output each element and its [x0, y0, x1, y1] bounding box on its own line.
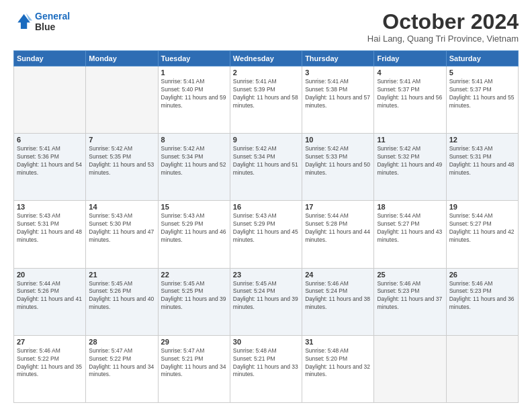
page: General Blue October 2024 Hai Lang, Quan… — [0, 0, 532, 411]
day-info: Sunrise: 5:46 AM Sunset: 5:22 PM Dayligh… — [17, 347, 83, 379]
day-number: 16 — [233, 203, 299, 211]
calendar-cell: 3Sunrise: 5:41 AM Sunset: 5:38 PM Daylig… — [302, 66, 374, 134]
day-info: Sunrise: 5:44 AM Sunset: 5:27 PM Dayligh… — [449, 212, 515, 244]
title-area: October 2024 Hai Lang, Quang Tri Provinc… — [367, 11, 519, 44]
day-header-wednesday: Wednesday — [230, 51, 302, 66]
day-number: 6 — [17, 136, 83, 144]
day-info: Sunrise: 5:47 AM Sunset: 5:22 PM Dayligh… — [89, 347, 154, 379]
calendar-cell — [374, 335, 446, 402]
header: General Blue October 2024 Hai Lang, Quan… — [13, 11, 519, 44]
day-number: 2 — [233, 68, 299, 77]
calendar-cell — [86, 66, 158, 134]
calendar-cell: 25Sunrise: 5:46 AM Sunset: 5:23 PM Dayli… — [374, 268, 446, 335]
calendar-cell — [14, 66, 86, 134]
day-info: Sunrise: 5:43 AM Sunset: 5:29 PM Dayligh… — [161, 212, 227, 244]
day-header-friday: Friday — [374, 51, 446, 66]
day-info: Sunrise: 5:42 AM Sunset: 5:35 PM Dayligh… — [89, 145, 154, 177]
day-info: Sunrise: 5:42 AM Sunset: 5:32 PM Dayligh… — [377, 145, 443, 177]
day-header-monday: Monday — [86, 51, 158, 66]
day-number: 30 — [233, 338, 299, 346]
day-info: Sunrise: 5:45 AM Sunset: 5:26 PM Dayligh… — [89, 280, 154, 312]
day-number: 19 — [449, 203, 515, 211]
calendar-cell: 17Sunrise: 5:44 AM Sunset: 5:28 PM Dayli… — [302, 201, 374, 268]
calendar-cell: 4Sunrise: 5:41 AM Sunset: 5:37 PM Daylig… — [374, 66, 446, 134]
day-header-thursday: Thursday — [302, 51, 374, 66]
day-number: 4 — [377, 68, 443, 77]
day-info: Sunrise: 5:43 AM Sunset: 5:30 PM Dayligh… — [89, 212, 154, 244]
calendar-cell: 18Sunrise: 5:44 AM Sunset: 5:27 PM Dayli… — [374, 201, 446, 268]
calendar-week-row: 20Sunrise: 5:44 AM Sunset: 5:26 PM Dayli… — [14, 268, 519, 335]
day-header-tuesday: Tuesday — [158, 51, 230, 66]
day-info: Sunrise: 5:41 AM Sunset: 5:38 PM Dayligh… — [305, 78, 371, 110]
day-info: Sunrise: 5:44 AM Sunset: 5:28 PM Dayligh… — [305, 212, 371, 244]
day-number: 29 — [161, 338, 227, 346]
day-number: 18 — [377, 203, 443, 211]
calendar-cell: 10Sunrise: 5:42 AM Sunset: 5:33 PM Dayli… — [302, 134, 374, 201]
calendar-header-row: SundayMondayTuesdayWednesdayThursdayFrid… — [14, 51, 519, 66]
calendar-cell: 15Sunrise: 5:43 AM Sunset: 5:29 PM Dayli… — [158, 201, 230, 268]
calendar-cell — [446, 335, 518, 402]
day-info: Sunrise: 5:41 AM Sunset: 5:37 PM Dayligh… — [449, 78, 515, 110]
logo-icon — [13, 12, 32, 31]
location: Hai Lang, Quang Tri Province, Vietnam — [367, 34, 519, 44]
day-header-sunday: Sunday — [14, 51, 86, 66]
day-info: Sunrise: 5:46 AM Sunset: 5:23 PM Dayligh… — [377, 280, 443, 312]
calendar-cell: 11Sunrise: 5:42 AM Sunset: 5:32 PM Dayli… — [374, 134, 446, 201]
day-info: Sunrise: 5:47 AM Sunset: 5:21 PM Dayligh… — [161, 347, 227, 379]
day-number: 26 — [449, 271, 515, 279]
day-info: Sunrise: 5:44 AM Sunset: 5:26 PM Dayligh… — [17, 280, 83, 312]
calendar-cell: 26Sunrise: 5:46 AM Sunset: 5:23 PM Dayli… — [446, 268, 518, 335]
day-number: 23 — [233, 271, 299, 279]
day-number: 14 — [89, 203, 154, 211]
calendar-cell: 28Sunrise: 5:47 AM Sunset: 5:22 PM Dayli… — [86, 335, 158, 402]
day-info: Sunrise: 5:41 AM Sunset: 5:37 PM Dayligh… — [377, 78, 443, 110]
day-number: 7 — [89, 136, 154, 144]
calendar-cell: 9Sunrise: 5:42 AM Sunset: 5:34 PM Daylig… — [230, 134, 302, 201]
calendar-cell: 5Sunrise: 5:41 AM Sunset: 5:37 PM Daylig… — [446, 66, 518, 134]
day-header-saturday: Saturday — [446, 51, 518, 66]
calendar-cell: 27Sunrise: 5:46 AM Sunset: 5:22 PM Dayli… — [14, 335, 86, 402]
day-info: Sunrise: 5:42 AM Sunset: 5:34 PM Dayligh… — [233, 145, 299, 177]
calendar-week-row: 13Sunrise: 5:43 AM Sunset: 5:31 PM Dayli… — [14, 201, 519, 268]
day-info: Sunrise: 5:46 AM Sunset: 5:24 PM Dayligh… — [305, 280, 371, 312]
day-number: 9 — [233, 136, 299, 144]
day-number: 27 — [17, 338, 83, 346]
calendar-cell: 13Sunrise: 5:43 AM Sunset: 5:31 PM Dayli… — [14, 201, 86, 268]
day-number: 15 — [161, 203, 227, 211]
day-number: 12 — [449, 136, 515, 144]
day-number: 24 — [305, 271, 371, 279]
calendar-cell: 22Sunrise: 5:45 AM Sunset: 5:25 PM Dayli… — [158, 268, 230, 335]
day-info: Sunrise: 5:41 AM Sunset: 5:39 PM Dayligh… — [233, 78, 299, 110]
day-number: 1 — [161, 68, 227, 77]
day-number: 3 — [305, 68, 371, 77]
day-info: Sunrise: 5:45 AM Sunset: 5:24 PM Dayligh… — [233, 280, 299, 312]
calendar-week-row: 6Sunrise: 5:41 AM Sunset: 5:36 PM Daylig… — [14, 134, 519, 201]
day-number: 31 — [305, 338, 371, 346]
calendar-cell: 29Sunrise: 5:47 AM Sunset: 5:21 PM Dayli… — [158, 335, 230, 402]
calendar-cell: 2Sunrise: 5:41 AM Sunset: 5:39 PM Daylig… — [230, 66, 302, 134]
day-number: 8 — [161, 136, 227, 144]
day-info: Sunrise: 5:46 AM Sunset: 5:23 PM Dayligh… — [449, 280, 515, 312]
calendar-cell: 7Sunrise: 5:42 AM Sunset: 5:35 PM Daylig… — [86, 134, 158, 201]
day-info: Sunrise: 5:43 AM Sunset: 5:29 PM Dayligh… — [233, 212, 299, 244]
day-info: Sunrise: 5:41 AM Sunset: 5:36 PM Dayligh… — [17, 145, 83, 177]
calendar-cell: 24Sunrise: 5:46 AM Sunset: 5:24 PM Dayli… — [302, 268, 374, 335]
calendar-table: SundayMondayTuesdayWednesdayThursdayFrid… — [13, 50, 519, 403]
day-info: Sunrise: 5:45 AM Sunset: 5:25 PM Dayligh… — [161, 280, 227, 312]
day-info: Sunrise: 5:42 AM Sunset: 5:33 PM Dayligh… — [305, 145, 371, 177]
calendar-cell: 30Sunrise: 5:48 AM Sunset: 5:21 PM Dayli… — [230, 335, 302, 402]
day-info: Sunrise: 5:48 AM Sunset: 5:20 PM Dayligh… — [305, 347, 371, 379]
calendar-cell: 23Sunrise: 5:45 AM Sunset: 5:24 PM Dayli… — [230, 268, 302, 335]
day-info: Sunrise: 5:44 AM Sunset: 5:27 PM Dayligh… — [377, 212, 443, 244]
calendar-cell: 6Sunrise: 5:41 AM Sunset: 5:36 PM Daylig… — [14, 134, 86, 201]
day-number: 22 — [161, 271, 227, 279]
day-info: Sunrise: 5:41 AM Sunset: 5:40 PM Dayligh… — [161, 78, 227, 110]
logo: General Blue — [13, 11, 70, 32]
day-info: Sunrise: 5:43 AM Sunset: 5:31 PM Dayligh… — [17, 212, 83, 244]
day-number: 11 — [377, 136, 443, 144]
day-info: Sunrise: 5:43 AM Sunset: 5:31 PM Dayligh… — [449, 145, 515, 177]
calendar-cell: 20Sunrise: 5:44 AM Sunset: 5:26 PM Dayli… — [14, 268, 86, 335]
day-number: 20 — [17, 271, 83, 279]
calendar-cell: 31Sunrise: 5:48 AM Sunset: 5:20 PM Dayli… — [302, 335, 374, 402]
day-number: 13 — [17, 203, 83, 211]
